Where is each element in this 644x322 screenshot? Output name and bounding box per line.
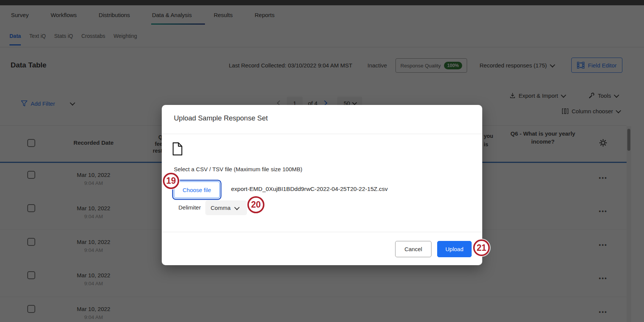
delimiter-label: Delimiter <box>178 204 201 211</box>
modal-footer-divider <box>162 232 482 232</box>
cancel-button[interactable]: Cancel <box>395 241 431 257</box>
chevron-down-icon <box>234 205 239 210</box>
file-instruction-text: Select a CSV / TSV file (Maximum file si… <box>174 166 302 172</box>
annotation-marker-19: 19 <box>163 173 179 189</box>
document-icon <box>172 142 183 156</box>
delimiter-dropdown[interactable]: Comma <box>205 200 247 215</box>
choose-file-label: Choose file <box>183 187 211 193</box>
modal-title-divider <box>162 134 482 134</box>
upload-sample-response-set-modal: Upload Sample Response Set Select a CSV … <box>162 105 482 265</box>
upload-label: Upload <box>445 246 464 252</box>
annotation-marker-20: 20 <box>247 196 264 213</box>
app-root: Survey Workflows Distributions Data & An… <box>0 0 644 322</box>
upload-button[interactable]: Upload <box>437 241 472 257</box>
delimiter-value: Comma <box>211 205 231 211</box>
modal-title: Upload Sample Response Set <box>174 114 268 122</box>
choose-file-button[interactable]: Choose file <box>174 181 220 198</box>
selected-filename: export-EMD_0XujBI1BDdd9rwC-2022-04-25T20… <box>231 186 388 192</box>
annotation-marker-21: 21 <box>473 239 490 256</box>
cancel-label: Cancel <box>405 246 422 252</box>
